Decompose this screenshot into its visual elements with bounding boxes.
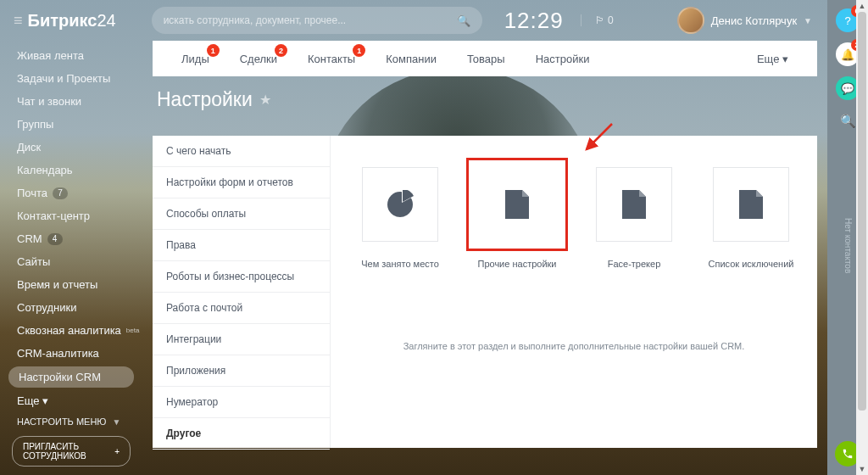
avatar <box>677 7 704 34</box>
scroll-up-icon[interactable]: ▲ <box>856 0 868 12</box>
menu-item[interactable]: Работа с почтой <box>153 293 330 324</box>
tab[interactable]: Лиды1 <box>166 41 225 76</box>
settings-tile[interactable]: Прочие настройки <box>466 158 568 270</box>
user-menu[interactable]: Денис Котлярчук ▼ <box>677 7 812 34</box>
sidebar-item[interactable]: Настройки CRM <box>8 366 134 388</box>
sidebar-item[interactable]: Сайты <box>0 250 142 273</box>
menu-item[interactable]: Интеграции <box>153 324 330 355</box>
sidebar-item[interactable]: Диск <box>0 136 142 159</box>
topbar: ≡ Битрикс24 🔍 12:29 🏳 0 Денис Котлярчук … <box>0 0 826 41</box>
menu-item[interactable]: Права <box>153 230 330 261</box>
sidebar-item[interactable]: Сквозная аналитикаbeta <box>0 319 142 342</box>
section-hint: Загляните в этот раздел и выполните допо… <box>337 341 810 351</box>
logo[interactable]: Битрикс24 <box>28 11 116 31</box>
scroll-thumb[interactable] <box>858 12 866 411</box>
sidebar-item[interactable]: CRM-аналитика <box>0 342 142 365</box>
menu-item[interactable]: Другое <box>153 418 330 450</box>
sidebar-item[interactable]: Календарь <box>0 159 142 182</box>
configure-menu[interactable]: НАСТРОИТЬ МЕНЮ ▼ <box>0 412 142 431</box>
settings-menu: С чего начатьНастройки форм и отчетовСпо… <box>153 136 331 448</box>
sidebar-item[interactable]: CRM4 <box>0 227 142 250</box>
settings-tile[interactable]: Чем занято место <box>349 158 451 270</box>
search-input[interactable] <box>164 14 457 26</box>
tab[interactable]: Сделки2 <box>225 41 292 76</box>
settings-tile[interactable]: Список исключений <box>700 158 802 270</box>
tabs-more[interactable]: Еще ▾ <box>742 41 804 76</box>
chevron-down-icon: ▼ <box>804 16 812 25</box>
scrollbar[interactable]: ▲ ▼ <box>856 0 868 475</box>
tab[interactable]: Контакты1 <box>292 41 370 76</box>
tab[interactable]: Компании <box>370 41 452 76</box>
menu-item[interactable]: Нумератор <box>153 387 330 418</box>
menu-item[interactable]: Настройки форм и отчетов <box>153 167 330 198</box>
settings-panel: С чего начатьНастройки форм и отчетовСпо… <box>153 136 817 448</box>
sidebar-item[interactable]: Контакт-центр <box>0 204 142 227</box>
tab[interactable]: Товары <box>452 41 520 76</box>
cart-indicator[interactable]: 🏳 0 <box>581 14 614 26</box>
sidebar-item[interactable]: Почта7 <box>0 182 142 204</box>
invite-button[interactable]: ПРИГЛАСИТЬ СОТРУДНИКОВ+ <box>12 436 131 467</box>
search-box[interactable]: 🔍 <box>152 7 482 34</box>
menu-toggle-icon[interactable]: ≡ <box>14 12 23 30</box>
menu-item[interactable]: Роботы и бизнес-процессы <box>153 261 330 293</box>
sidebar-item[interactable]: Чат и звонки <box>0 90 142 113</box>
scroll-down-icon[interactable]: ▼ <box>856 463 868 475</box>
settings-tile[interactable]: Face-трекер <box>583 158 685 270</box>
clock: 12:29 <box>504 8 564 34</box>
sidebar-item[interactable]: Сотрудники <box>0 296 142 319</box>
left-sidebar: Живая лентаЗадачи и ПроектыЧат и звонкиГ… <box>0 41 142 475</box>
sidebar-item[interactable]: Живая лента <box>0 44 142 67</box>
sidebar-item[interactable]: Группы <box>0 113 142 136</box>
menu-item[interactable]: Способы оплаты <box>153 198 330 230</box>
settings-content: Чем занято местоПрочие настройкиFace-тре… <box>331 136 817 448</box>
page-title: Настройки★ <box>157 88 271 111</box>
sidebar-item[interactable]: Еще ▾ <box>0 389 142 412</box>
no-contacts-label: Нет контактов <box>843 218 853 273</box>
user-name: Денис Котлярчук <box>711 14 797 27</box>
search-icon[interactable]: 🔍 <box>457 14 470 27</box>
menu-item[interactable]: Приложения <box>153 355 330 387</box>
crm-tabs: Лиды1Сделки2Контакты1КомпанииТоварыНастр… <box>153 41 817 76</box>
side-search-icon[interactable]: 🔍 <box>840 114 856 129</box>
star-icon[interactable]: ★ <box>259 92 271 108</box>
menu-item[interactable]: С чего начать <box>153 136 330 167</box>
sidebar-item[interactable]: Время и отчеты <box>0 273 142 296</box>
tab[interactable]: Настройки <box>520 41 605 76</box>
sidebar-item[interactable]: Задачи и Проекты <box>0 67 142 90</box>
